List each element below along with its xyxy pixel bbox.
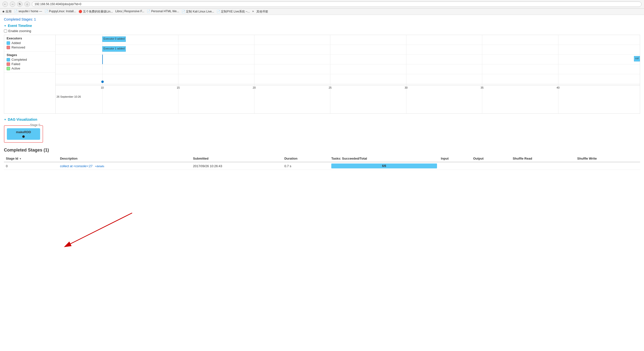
details-link[interactable]: +details xyxy=(95,165,104,168)
failed-color xyxy=(6,62,10,66)
stage-active-row xyxy=(56,74,640,84)
table-row: 0 collect at <console>:27 +details 2017/… xyxy=(4,162,640,170)
enable-zoom-checkbox[interactable] xyxy=(4,29,7,33)
executor-1-block[interactable]: Executor 1 added xyxy=(102,46,126,52)
axis-date: 26 September 10:26 xyxy=(56,95,640,98)
back-button[interactable]: ← xyxy=(2,2,8,7)
col-duration-label: Duration xyxy=(284,157,297,160)
browser-bar: ← → ↻ ⌂ 192.168.56.150:4040/jobs/job/?id… xyxy=(0,0,644,9)
col-input[interactable]: Input xyxy=(439,155,471,162)
cell-tasks: 6/6 xyxy=(329,162,439,170)
col-tasks[interactable]: Tasks: Succeeded/Total xyxy=(329,155,439,162)
executor-row-1: Executor 1 added xyxy=(56,45,640,55)
timeline-drawing-area: Executor 0 added Executor 1 added col xyxy=(56,35,640,113)
stages-title: Completed Stages (1) xyxy=(4,148,640,153)
dag-header[interactable]: ▼ DAG Visualization xyxy=(4,118,640,121)
axis-25: 25 xyxy=(328,86,332,89)
removed-legend-item: Removed xyxy=(6,46,53,49)
failed-label: Failed xyxy=(12,62,20,66)
col-duration[interactable]: Duration xyxy=(282,155,329,162)
page-content: Completed Stages: 1 ▼ Event Timeline Ena… xyxy=(0,15,644,172)
removed-label: Removed xyxy=(12,46,25,49)
stages-table: Stage Id ▼ Description Submitted Duratio… xyxy=(4,155,640,170)
bookmark-puppy[interactable]: 📄 PuppyLinux: Install... xyxy=(44,10,76,14)
timeline-container: Executors Added Removed Stages Completed xyxy=(4,35,640,114)
triangle-icon: ▼ xyxy=(4,25,6,27)
col-shuffle-read[interactable]: Shuffle Read xyxy=(511,155,575,162)
axis-30: 30 xyxy=(405,86,408,89)
failed-legend-item: Failed xyxy=(6,62,53,66)
dag-node-dot xyxy=(22,135,25,138)
bookmarks-bar: ★ 应用 📄 wuyufei / home — 📄 PuppyLinux: In… xyxy=(0,9,644,15)
description-link[interactable]: collect at <console>:27 xyxy=(60,164,92,168)
dag-triangle-icon: ▼ xyxy=(4,118,6,121)
col-output[interactable]: Output xyxy=(471,155,511,162)
bookmark-home[interactable]: 📄 wuyufei / home — xyxy=(14,10,42,14)
col-submitted[interactable]: Submitted xyxy=(191,155,282,162)
stages-section: Completed Stages (1) Stage Id ▼ Descript… xyxy=(4,148,640,170)
stages-title: Stages xyxy=(6,53,53,57)
added-legend-item: Added xyxy=(6,41,53,45)
removed-color xyxy=(6,46,10,49)
executors-legend: Executors Added Removed xyxy=(4,35,55,52)
cell-stage-id: 0 xyxy=(4,162,58,170)
bookmark-more[interactable]: » xyxy=(252,10,254,14)
bookmark-html[interactable]: 📄 Personal HTML We... xyxy=(147,10,179,14)
bookmark-other[interactable]: 其他书签 xyxy=(256,10,268,14)
event-timeline-header[interactable]: ▼ Event Timeline xyxy=(4,24,640,28)
col-input-label: Input xyxy=(441,157,449,160)
bookmark-libra[interactable]: Libra | Responsive F... xyxy=(115,10,144,14)
axis-15: 15 xyxy=(177,86,180,89)
bookmark-apps[interactable]: ★ 应用 xyxy=(2,10,12,14)
added-color xyxy=(6,41,10,45)
sort-icon: ▼ xyxy=(19,157,22,160)
completed-label: Completed xyxy=(12,58,27,62)
active-color xyxy=(6,67,10,70)
executor-0-block[interactable]: Executor 0 added xyxy=(102,37,126,42)
axis-10: 10 xyxy=(101,86,104,89)
stages-table-head: Stage Id ▼ Description Submitted Duratio… xyxy=(4,155,640,162)
cell-submitted: 2017/09/26 10:26:43 xyxy=(191,162,282,170)
stage-block-label: col xyxy=(635,57,638,60)
completed-legend-item: Completed xyxy=(6,58,53,62)
enable-zoom-row: Enable zooming xyxy=(4,29,640,33)
stages-table-body: 0 collect at <console>:27 +details 2017/… xyxy=(4,162,640,170)
bookmark-linux[interactable]: 🔴 五个免费的轻量级Lin... xyxy=(78,10,113,14)
cell-description: collect at <console>:27 +details xyxy=(58,162,191,170)
col-shuffle-read-label: Shuffle Read xyxy=(512,157,532,160)
active-label: Active xyxy=(12,67,20,70)
dag-node[interactable]: makeRDD xyxy=(7,128,40,140)
col-description: Description xyxy=(58,155,191,162)
dag-stage-container: Stage 0 makeRDD xyxy=(4,125,43,143)
dag-stage-box: Stage 0 makeRDD xyxy=(4,125,43,143)
bookmark-kali[interactable]: 📄 定制 Kali Linux Live... xyxy=(182,10,214,14)
timeline-axis: 10 15 20 25 30 35 40 xyxy=(56,85,640,95)
col-output-label: Output xyxy=(473,157,484,160)
added-label: Added xyxy=(12,41,21,45)
col-stage-id-label: Stage Id xyxy=(6,157,18,160)
enable-zoom-label: Enable zooming xyxy=(8,29,31,33)
active-legend-item: Active xyxy=(6,67,53,70)
axis-20: 20 xyxy=(253,86,256,89)
stage-completed-block[interactable]: col xyxy=(634,56,640,62)
event-timeline-title: Event Timeline xyxy=(8,24,32,28)
stages-legend: Stages Completed Failed Active xyxy=(4,52,55,73)
col-shuffle-write[interactable]: Shuffle Write xyxy=(575,155,640,162)
timeline-dot xyxy=(101,81,104,83)
completed-stages-header: Completed Stages: 1 xyxy=(4,17,640,21)
home-button[interactable]: ⌂ xyxy=(24,2,30,7)
col-stage-id[interactable]: Stage Id ▼ xyxy=(4,155,58,162)
timeline-legend: Executors Added Removed Stages Completed xyxy=(4,35,56,113)
address-bar[interactable]: 192.168.56.150:4040/jobs/job/?id=0 xyxy=(32,2,642,7)
refresh-button[interactable]: ↻ xyxy=(17,2,22,7)
col-submitted-label: Submitted xyxy=(193,157,209,160)
tasks-progress-text: 6/6 xyxy=(382,164,386,168)
stages-table-header-row: Stage Id ▼ Description Submitted Duratio… xyxy=(4,155,640,162)
forward-button[interactable]: → xyxy=(10,2,15,7)
col-shuffle-write-label: Shuffle Write xyxy=(577,157,597,160)
axis-35: 35 xyxy=(480,86,484,89)
cell-shuffle-read xyxy=(511,162,575,170)
tasks-progress-bar: 6/6 xyxy=(331,164,437,168)
timeline-grid: Executors Added Removed Stages Completed xyxy=(4,35,640,113)
bookmark-pxe[interactable]: 📄 定制PXE Live系统 –... xyxy=(216,10,250,14)
